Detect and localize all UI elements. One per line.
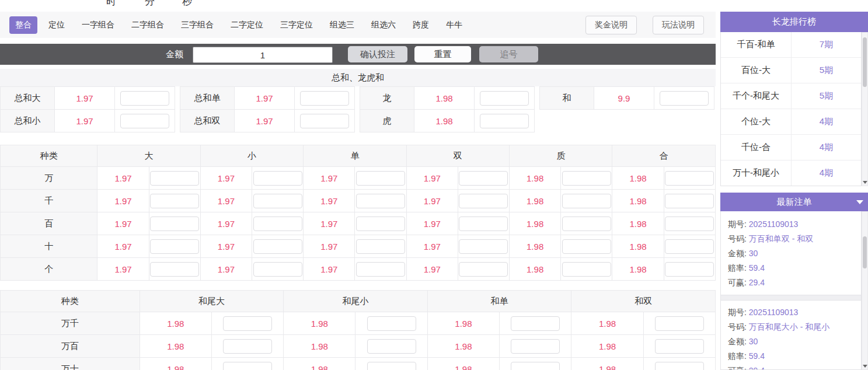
- tab-sanzi-dingwei[interactable]: 三字定位: [274, 16, 319, 34]
- table-row: 万十 1.98 1.98 1.98 1.98: [1, 358, 716, 370]
- bet-input[interactable]: [459, 239, 508, 254]
- sum-group-tie: 和 9.9: [539, 86, 714, 110]
- scroll-down-arrow-icon[interactable]: [863, 365, 867, 368]
- bet-input[interactable]: [480, 114, 529, 128]
- chase-number-button[interactable]: 追号: [479, 46, 538, 62]
- bet-input[interactable]: [665, 194, 714, 208]
- reset-button[interactable]: 重置: [414, 46, 471, 62]
- timer-minute-label: 分: [145, 0, 155, 8]
- bet-input[interactable]: [150, 262, 199, 277]
- bet-input[interactable]: [562, 194, 611, 208]
- tab-zuxuan-liu[interactable]: 组选六: [365, 16, 402, 34]
- bet-input[interactable]: [356, 171, 405, 186]
- bet-input[interactable]: [459, 194, 508, 208]
- bet-input[interactable]: [665, 171, 714, 186]
- bet-cell: [500, 312, 571, 335]
- order-issue-line: 期号: 20251109013: [728, 217, 857, 232]
- amount-input[interactable]: [193, 47, 333, 63]
- bet-input[interactable]: [223, 316, 272, 331]
- bet-input[interactable]: [253, 171, 302, 186]
- table-header-row: 种类 和尾大 和尾小 和单 和双: [1, 291, 716, 312]
- bet-input[interactable]: [223, 362, 272, 370]
- bet-input[interactable]: [223, 339, 272, 354]
- order-number-line: 号码: 万百和单双 - 和双: [728, 232, 857, 246]
- bet-cell: [355, 212, 406, 235]
- bet-input[interactable]: [253, 262, 302, 277]
- bet-input[interactable]: [253, 217, 302, 231]
- table-row: 总和小 1.97: [1, 110, 175, 132]
- bet-input[interactable]: [367, 339, 416, 354]
- bet-input[interactable]: [660, 91, 709, 106]
- scrollbar[interactable]: [862, 211, 868, 370]
- bet-input[interactable]: [356, 239, 405, 254]
- bet-input[interactable]: [459, 217, 508, 231]
- bet-input[interactable]: [150, 194, 199, 208]
- bet-cell: [500, 335, 571, 358]
- tab-yizi-zuhe[interactable]: 一字组合: [76, 16, 120, 34]
- bet-input[interactable]: [655, 339, 704, 354]
- bet-input[interactable]: [511, 362, 560, 370]
- bet-input[interactable]: [562, 239, 611, 254]
- bet-input[interactable]: [300, 114, 349, 128]
- odds-value: 1.97: [97, 235, 149, 258]
- bet-input[interactable]: [367, 316, 416, 331]
- tab-kuadu[interactable]: 跨度: [407, 16, 435, 34]
- scrollbar-thumb[interactable]: [863, 236, 867, 268]
- bet-input[interactable]: [356, 217, 405, 231]
- bet-cell: [458, 190, 509, 212]
- bet-input[interactable]: [367, 362, 416, 370]
- table-row: 个 1.97 1.97 1.97 1.97 1.98 1.98: [1, 258, 716, 281]
- scrollbar-thumb[interactable]: [863, 37, 867, 87]
- table-row: 龙 1.98: [360, 87, 534, 110]
- odds-value: 1.98: [140, 358, 211, 370]
- bet-input[interactable]: [356, 262, 405, 277]
- bet-input[interactable]: [150, 217, 199, 231]
- list-item: 万十-和尾小4期: [721, 160, 861, 186]
- odds-value: 1.98: [571, 335, 643, 358]
- tab-sanzi-zuhe[interactable]: 三字组合: [175, 16, 219, 34]
- bet-input[interactable]: [655, 316, 704, 331]
- bet-input[interactable]: [665, 217, 714, 231]
- bet-cell: [149, 235, 200, 258]
- bet-cell: [355, 167, 406, 190]
- bet-input[interactable]: [459, 262, 508, 277]
- tab-zhenghe[interactable]: 整合: [9, 16, 37, 34]
- bet-input[interactable]: [253, 194, 302, 208]
- bet-input[interactable]: [120, 91, 169, 106]
- bet-input[interactable]: [150, 239, 199, 254]
- bet-input[interactable]: [562, 217, 611, 231]
- odds-value: 1.97: [406, 167, 458, 190]
- bonus-info-button[interactable]: 奖金说明: [585, 16, 637, 34]
- bet-input[interactable]: [511, 316, 560, 331]
- confirm-bet-button[interactable]: 确认投注: [348, 46, 407, 62]
- bet-input[interactable]: [511, 339, 560, 354]
- bet-input[interactable]: [562, 262, 611, 277]
- scrollbar[interactable]: [862, 32, 868, 186]
- bet-input[interactable]: [300, 91, 349, 106]
- bet-input[interactable]: [120, 114, 169, 128]
- scroll-down-arrow-icon[interactable]: [863, 181, 867, 184]
- odds-value: 1.98: [284, 312, 355, 335]
- bet-input[interactable]: [480, 91, 529, 106]
- bet-input[interactable]: [665, 239, 714, 254]
- tab-niuniu[interactable]: 牛牛: [440, 16, 468, 34]
- tab-erzi-dingwei[interactable]: 二字定位: [225, 16, 269, 34]
- tab-erzi-zuhe[interactable]: 二字组合: [126, 16, 170, 34]
- streak-count: 4期: [792, 109, 861, 134]
- sum-section-title: 总和、龙虎和: [0, 69, 716, 86]
- rules-info-button[interactable]: 玩法说明: [653, 16, 704, 34]
- bet-input[interactable]: [665, 262, 714, 277]
- tab-zuxuan-san[interactable]: 组选三: [324, 16, 360, 34]
- bet-cell: [355, 358, 427, 370]
- chevron-down-icon[interactable]: [856, 200, 863, 204]
- tab-dingwei[interactable]: 定位: [43, 16, 71, 34]
- bet-input[interactable]: [655, 362, 704, 370]
- tail-sum-odds-table: 种类 和尾大 和尾小 和单 和双 万千 1.98 1.98 1.98 1.98 …: [0, 290, 716, 370]
- bet-input[interactable]: [562, 171, 611, 186]
- bet-input[interactable]: [459, 171, 508, 186]
- bet-input[interactable]: [253, 239, 302, 254]
- bet-input[interactable]: [356, 194, 405, 208]
- bet-input[interactable]: [150, 171, 199, 186]
- bet-cell: [355, 258, 406, 281]
- bet-cell: [643, 335, 715, 358]
